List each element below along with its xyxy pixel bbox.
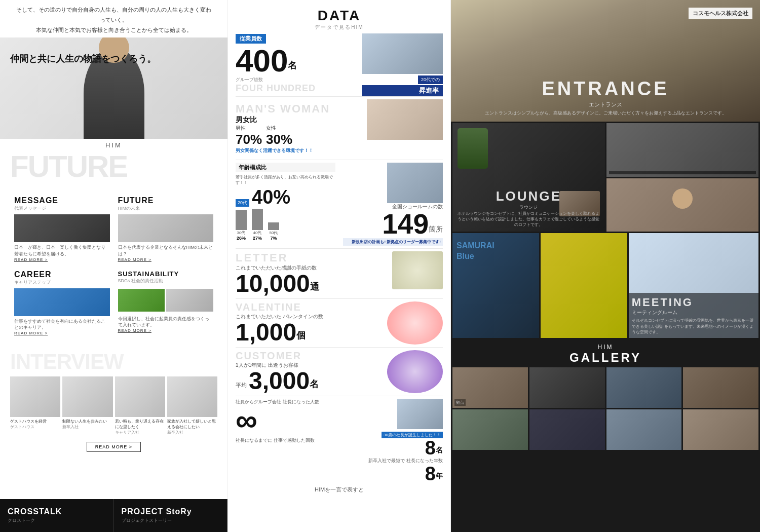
gender-photo: [367, 99, 443, 140]
years-number-row: 8 年: [342, 464, 443, 483]
age-bars: 30代 26% 40代 27% 50代 7%: [236, 209, 335, 241]
interview-bg-text: INTERVIEW: [0, 350, 227, 374]
message-subtitle: 代表メッセージ: [14, 205, 110, 212]
career-section: CAREER キャリアステップ 仕事をすすめて社会を有向にある会社たることのキャ…: [10, 266, 114, 339]
age-30-pct: 26%: [236, 236, 247, 241]
gallery-title: GALLERY: [452, 351, 758, 365]
divider-5: [236, 347, 443, 348]
office-photo: [606, 123, 759, 177]
entrance-title: ENTRANCE: [451, 78, 760, 100]
yellow-bg-text: [541, 233, 627, 338]
customer-section: CUSTOMER 1人が1年間に 出逢うお客様 平均 3,000 名: [236, 350, 443, 393]
age-20-block: 20代 40%: [236, 187, 335, 207]
years-number: 8: [425, 464, 436, 483]
gallery-item-3: [606, 367, 682, 408]
middle-panel: DATA データで見るHIM 従業員数 400 名 グループ総数 FOUR HU…: [228, 0, 451, 532]
divider-4: [236, 298, 443, 299]
lounge-main-photo: LOUNGE ラウンジ ホテルラウンジをコンセプトに、社員がコミュニケーションを…: [452, 123, 605, 232]
valentine-section: VALENTINE これまでいただいた バレンタインの数 1,000 個: [236, 301, 443, 345]
work-emotion-label: 社長になるまでに 仕事で感動した回数: [236, 437, 337, 444]
president-block: 30歳の社長が誕生しました！！ 8 名 新卒入社で最短で 社長になった年数 8 …: [342, 399, 443, 483]
lounge-desc: ホテルラウンジをコンセプトに、社員がコミュニケーションを楽しく取れるようという願…: [452, 211, 605, 227]
hero-image: 仲間と共に人生の物語をつくろう。: [0, 37, 227, 139]
lounge-jp: ラウンジ: [452, 204, 605, 211]
hero-tagline: 仲間と共に人生の物語をつくろう。: [10, 53, 156, 65]
customer-number: 3,000: [249, 369, 310, 393]
sustainability-title: SUSTAINABILITY: [118, 270, 214, 278]
future-read-more[interactable]: READ MORE >: [118, 257, 214, 262]
future-content: 日本を代表する企業となるそんなHIMの未来とは？: [118, 244, 214, 257]
valentine-number: 1,000: [236, 320, 296, 345]
crosstalk-nav-item[interactable]: CROSSTALK クロストーク: [0, 499, 114, 532]
future-title: FUTURE: [118, 196, 214, 205]
interview-item-2: 若い時も、乗り遅える存在にな里したく キャリア入社: [115, 376, 165, 435]
gallery-item-1: 拠点: [452, 367, 528, 408]
gender-title: 男女比: [236, 116, 313, 125]
samurai-photo: SAMURAI Blue: [452, 233, 539, 338]
president-number-row: 8 名: [342, 438, 443, 458]
interview-caption-2: 若い時も、乗り遅える存在にな里したく: [115, 419, 165, 430]
interview-caption-0: ゲストハウスを経営: [10, 419, 60, 424]
message-thumb: [14, 214, 110, 242]
meeting-person-head: [672, 188, 693, 209]
valentine-photo: [387, 301, 443, 345]
showroom-number-row: 149 箇所: [343, 210, 443, 238]
entrance-hero: コスモヘルス株式会社 ENTRANCE エントランス エントランスはシンプルなが…: [451, 0, 760, 122]
him-summary: HIMを一言で表すと: [236, 486, 443, 493]
gallery-him-label: HIM: [452, 344, 758, 351]
female-pct: 30%: [266, 132, 292, 147]
top-text-line2: 本気な仲間と本気でお客様と向き合うことから全ては始まる。: [15, 25, 212, 35]
divider-3: [236, 248, 443, 249]
showroom-note: 新規出店の計画も! 新拠点のリーダー募集中です!: [343, 238, 443, 246]
gallery-grid: 拠点: [452, 367, 758, 450]
sustainability-subtitle: SDGs 社会的責任活動: [118, 278, 214, 284]
data-content: 従業員数 400 名 グループ総数 FOUR HUNDRED 20代での 昇進率…: [228, 33, 450, 493]
interview-read-more-button[interactable]: READ MORE >: [87, 442, 141, 452]
gallery-item-4: [683, 367, 758, 408]
president-photo: [397, 399, 443, 429]
top-text-line1: そして、その道のりで自分自身の人生も、自分の周りの人の人生も大きく変わっていく。: [15, 5, 212, 25]
customer-photo: [387, 350, 443, 393]
data-title: DATA: [228, 8, 450, 24]
gallery-header: HIM GALLERY: [452, 344, 758, 365]
bright-meeting-photo: MEETING ミーティングルーム それぞれコンセプトに沿って明確の雰囲気を、世…: [629, 233, 758, 338]
letter-section: LETTER これまでいただいた感謝の手紙の数 10,000 通: [236, 251, 443, 296]
project-story-nav-item[interactable]: PROJECT StoRy プロジェクトストーリー: [114, 499, 228, 532]
entrance-label-area: ENTRANCE エントランス エントランスはシンプルながら、高級感あるデザイン…: [451, 78, 760, 117]
divider-2: [236, 160, 443, 160]
customer-avg: 平均: [236, 382, 247, 389]
divider-6: [236, 396, 443, 396]
interview-name-1: 新卒入社: [62, 424, 112, 430]
top-text: そして、その道のりで自分自身の人生も、自分の周りの人の人生も大きく変わっていく。…: [0, 0, 227, 37]
project-story-subtitle: プロジェクトストーリー: [122, 517, 220, 524]
letter-unit: 通: [310, 281, 319, 293]
interview-photo-1: [62, 376, 112, 417]
data-header: DATA データで見るHIM: [228, 0, 450, 33]
male-label: 男性: [236, 125, 262, 132]
lounge-plant: [458, 128, 488, 169]
employees-unit: 名: [288, 59, 297, 71]
interview-photo-0: [10, 376, 60, 417]
bar-50: [268, 222, 279, 230]
meeting-title: MEETING: [632, 296, 755, 309]
age-50-pct: 7%: [268, 236, 279, 241]
age-30-label: 30代: [236, 230, 247, 236]
sustainability-read-more[interactable]: READ MORE >: [118, 328, 214, 333]
data-subtitle: データで見るHIM: [228, 24, 450, 31]
office-caption: [609, 171, 756, 174]
message-read-more[interactable]: READ MORE >: [14, 257, 110, 262]
message-content: 日本一が輝き、日本一楽しく働く集団となり若者たちに希望を届ける。: [14, 244, 110, 257]
bottom-navigation: CROSSTALK クロストーク PROJECT StoRy プロジェクトストー…: [0, 499, 227, 532]
employees-number: 400: [236, 45, 288, 77]
career-read-more[interactable]: READ MORE >: [14, 331, 110, 335]
age-20-pct: 40%: [252, 187, 290, 207]
showroom-unit: 箇所: [429, 225, 443, 234]
age-40-bar: 40代 27%: [252, 209, 263, 241]
lounge-photos-grid: LOUNGE ラウンジ ホテルラウンジをコンセプトに、社員がコミュニケーションを…: [451, 122, 760, 233]
interview-name-2: キャリア入社: [115, 430, 165, 435]
future-text: FUTURE: [10, 151, 217, 182]
showroom-photo: [387, 163, 443, 203]
meeting-section: SAMURAI Blue MEETING ミーティングルーム それぞれコンセプト…: [451, 233, 760, 339]
female-label: 女性: [266, 125, 292, 132]
male-pct: 70%: [236, 132, 262, 147]
